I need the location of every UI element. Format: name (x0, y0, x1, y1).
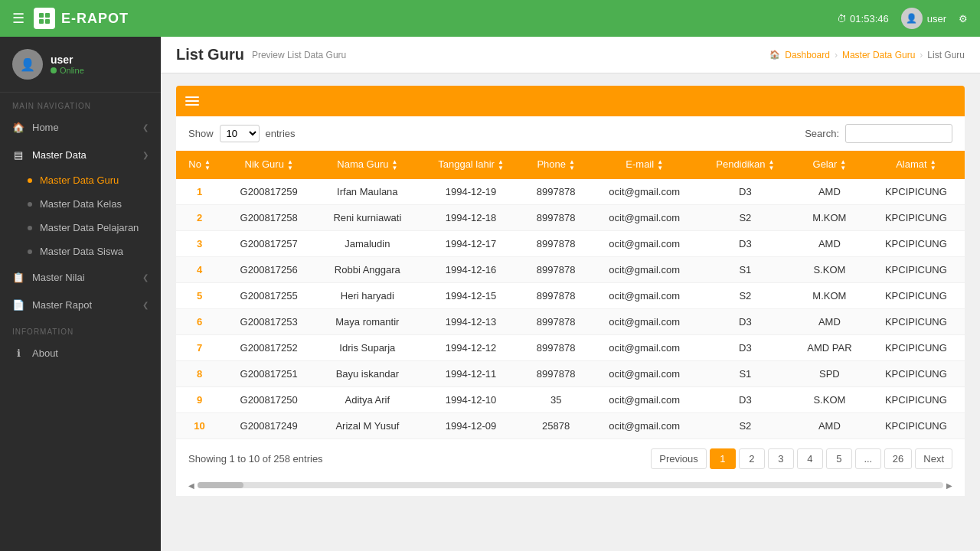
prev-button[interactable]: Previous (651, 448, 707, 469)
search-input[interactable] (845, 124, 952, 143)
table-row: 3G200817257Jamaludin1994-12-178997878oci… (176, 230, 965, 256)
scroll-left-icon[interactable]: ◀ (188, 481, 194, 490)
breadcrumb-list-guru: List Guru (927, 50, 965, 60)
chevron-icon: ❮ (142, 301, 149, 309)
main-content: List Guru Preview List Data Guru 🏠 Dashb… (161, 37, 980, 551)
page-1-button[interactable]: 1 (710, 448, 736, 469)
page-2-button[interactable]: 2 (739, 448, 765, 469)
col-header-gelar[interactable]: Gelar▲▼ (792, 151, 867, 179)
sidebar-item-master-data-pelajaran[interactable]: Master Data Pelajaran (0, 216, 161, 240)
sidebar: 👤 user Online MAIN NAVIGATION 🏠 Home ❮ ▤ (0, 37, 161, 551)
table-header-row: No▲▼Nik Guru▲▼Nama Guru▲▼Tanggal lahir▲▼… (176, 151, 965, 179)
sidebar-item-home[interactable]: 🏠 Home ❮ (0, 113, 161, 141)
scroll-bar-area: ◀ ▶ (176, 478, 965, 496)
about-icon: ℹ (12, 347, 24, 359)
hamburger-button[interactable]: ☰ (12, 10, 24, 27)
chevron-icon: ❮ (142, 273, 149, 282)
topnav-user[interactable]: 👤 user (901, 8, 946, 29)
table-row: 8G200817251Bayu iskandar1994-12-11899787… (176, 360, 965, 386)
search-area: Search: (805, 124, 952, 143)
sidebar-user: 👤 user Online (0, 37, 161, 93)
sidebar-username: user (51, 54, 84, 66)
pagination-info: Showing 1 to 10 of 258 entries (188, 453, 323, 465)
scroll-right-icon[interactable]: ▶ (946, 481, 952, 490)
sidebar-item-master-rapot[interactable]: 📄 Master Rapot ❮ (0, 291, 161, 318)
col-header-e-mail[interactable]: E-mail▲▼ (590, 151, 699, 179)
sidebar-item-master-data-siswa[interactable]: Master Data Siswa (0, 240, 161, 263)
avatar: 👤 (901, 8, 923, 29)
breadcrumb-master-data-guru[interactable]: Master Data Guru (842, 50, 915, 60)
sidebar-item-master-data-kelas[interactable]: Master Data Kelas (0, 192, 161, 216)
table-row: 2G200817258Reni kurniawati1994-12-188997… (176, 204, 965, 230)
status-dot (51, 67, 57, 73)
svg-rect-2 (39, 19, 44, 24)
clock-icon: ⏱ (837, 13, 847, 24)
dot (28, 249, 32, 254)
table-row: 10G200817249Arizal M Yusuf1994-12-092587… (176, 412, 965, 439)
info-label: INFORMATION (0, 318, 161, 339)
table-row: 7G200817252Idris Suparja1994-12-12899787… (176, 334, 965, 360)
main-nav-label: MAIN NAVIGATION (0, 93, 161, 113)
svg-rect-3 (45, 19, 50, 24)
show-entries: Show 10 25 50 100 entries (188, 125, 296, 142)
page-4-button[interactable]: 4 (797, 448, 823, 469)
page-26-button[interactable]: 26 (884, 448, 912, 469)
sidebar-item-master-data[interactable]: ▤ Master Data ❯ (0, 141, 161, 168)
entries-select[interactable]: 10 25 50 100 (220, 125, 260, 142)
table-row: 6G200817253Maya romantir1994-12-13899787… (176, 308, 965, 334)
master-rapot-icon: 📄 (12, 298, 24, 311)
scroll-track[interactable] (198, 482, 943, 488)
brand-icon (34, 8, 55, 29)
table-row: 5G200817255Heri haryadi1994-12-158997878… (176, 282, 965, 308)
dashboard-icon: 🏠 (769, 50, 780, 60)
breadcrumb-bar: List Guru Preview List Data Guru 🏠 Dashb… (161, 37, 980, 73)
topnav-right: ⏱ 01:53:46 👤 user ⚙ (837, 8, 968, 29)
table-row: 9G200817250Aditya Arif1994-12-1035ocit@g… (176, 386, 965, 412)
svg-rect-1 (45, 13, 50, 18)
table-row: 4G200817256Robbi Anggara1994-12-16899787… (176, 256, 965, 282)
dot (28, 226, 32, 230)
active-dot (28, 178, 32, 183)
page-3-button[interactable]: 3 (768, 448, 794, 469)
next-button[interactable]: Next (915, 448, 952, 469)
col-header-phone[interactable]: Phone▲▼ (522, 151, 590, 179)
page-ellipsis: ... (855, 448, 881, 469)
dot (28, 202, 32, 207)
col-header-no[interactable]: No▲▼ (176, 151, 223, 179)
breadcrumb: 🏠 Dashboard › Master Data Guru › List Gu… (769, 50, 965, 60)
page-subtitle: Preview List Data Guru (252, 50, 346, 60)
master-data-icon: ▤ (12, 148, 24, 161)
sidebar-item-about[interactable]: ℹ About (0, 339, 161, 367)
breadcrumb-dashboard[interactable]: Dashboard (785, 50, 830, 60)
topnav-time: ⏱ 01:53:46 (837, 13, 889, 24)
sidebar-item-master-nilai[interactable]: 📋 Master Nilai ❮ (0, 263, 161, 291)
sidebar-item-master-data-guru[interactable]: Master Data Guru (0, 168, 161, 192)
page-title: List Guru (176, 46, 244, 64)
data-table: No▲▼Nik Guru▲▼Nama Guru▲▼Tanggal lahir▲▼… (176, 151, 965, 439)
table-controls: Show 10 25 50 100 entries Search: (176, 116, 965, 151)
page-5-button[interactable]: 5 (826, 448, 852, 469)
list-icon (185, 96, 199, 106)
orange-bar (176, 86, 965, 116)
col-header-nama-guru[interactable]: Nama Guru▲▼ (315, 151, 420, 179)
pagination-area: Showing 1 to 10 of 258 entries Previous … (176, 439, 965, 478)
scroll-thumb[interactable] (198, 482, 243, 488)
master-nilai-icon: 📋 (12, 271, 24, 283)
home-icon: 🏠 (12, 121, 24, 133)
brand: E-RAPOT (34, 8, 837, 29)
col-header-tanggal-lahir[interactable]: Tanggal lahir▲▼ (420, 151, 521, 179)
col-header-alamat[interactable]: Alamat▲▼ (867, 151, 965, 179)
chevron-icon: ❮ (142, 123, 149, 132)
avatar: 👤 (12, 49, 43, 80)
chevron-icon: ❯ (142, 151, 149, 159)
col-header-nik-guru[interactable]: Nik Guru▲▼ (223, 151, 315, 179)
sidebar-status: Online (51, 66, 84, 75)
settings-icon[interactable]: ⚙ (959, 13, 968, 24)
svg-rect-0 (39, 13, 44, 18)
topnav: ☰ E-RAPOT ⏱ 01:53:46 👤 user ⚙ (0, 0, 980, 37)
content-area: Show 10 25 50 100 entries Search: (161, 73, 980, 508)
col-header-pendidikan[interactable]: Pendidikan▲▼ (699, 151, 792, 179)
table-row: 1G200817259Irfan Maulana1994-12-19899787… (176, 179, 965, 205)
pagination: Previous 1 2 3 4 5 ... 26 Next (651, 448, 952, 469)
